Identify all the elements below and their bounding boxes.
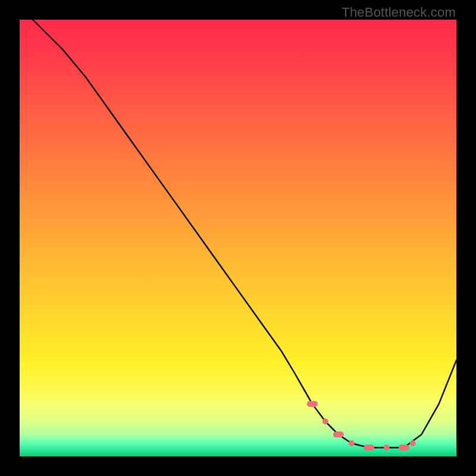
gradient-background: [20, 20, 456, 456]
chart-plot-area: [20, 20, 456, 456]
attribution-text: TheBottleneck.com: [342, 5, 456, 20]
